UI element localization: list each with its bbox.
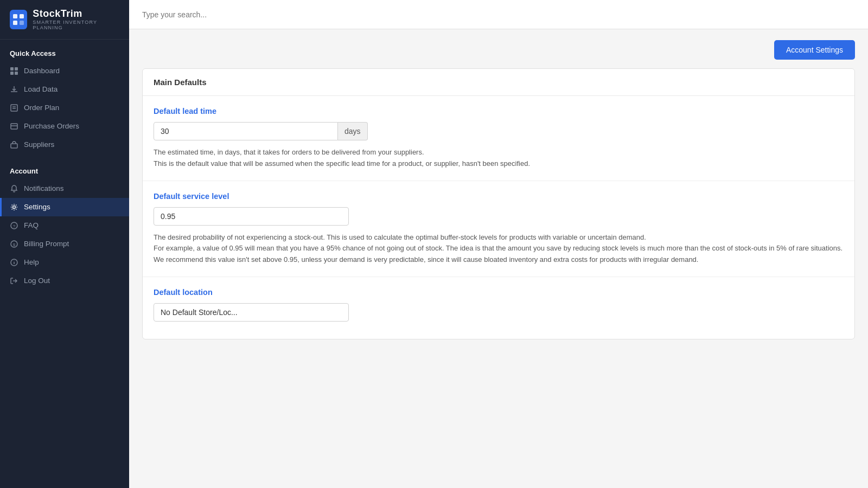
load-data-icon: [10, 85, 18, 94]
svg-rect-11: [11, 124, 17, 129]
dashboard-label: Dashboard: [24, 67, 60, 75]
svg-text:?: ?: [13, 224, 16, 229]
svg-rect-3: [20, 21, 24, 25]
logo-text-area: StockTrim SMARTER INVENTORY PLANNING: [33, 9, 119, 30]
settings-label: Settings: [24, 203, 50, 211]
settings-card: Main Defaults Default lead time days The…: [142, 68, 855, 339]
nav-item-settings[interactable]: Settings: [0, 198, 129, 216]
nav-item-purchase-orders[interactable]: Purchase Orders: [0, 117, 129, 136]
nav-item-notifications[interactable]: Notifications: [0, 179, 129, 198]
svg-rect-4: [10, 67, 14, 70]
svg-rect-2: [13, 21, 17, 25]
search-bar: [129, 0, 868, 29]
default-service-level-label: Default service level: [154, 192, 844, 201]
service-level-input[interactable]: [154, 207, 349, 226]
faq-icon: ?: [10, 221, 18, 230]
billing-prompt-icon: $: [10, 240, 18, 248]
header-row: Account Settings: [142, 40, 855, 60]
nav-item-suppliers[interactable]: Suppliers: [0, 136, 129, 154]
notifications-icon: [10, 184, 18, 193]
svg-rect-1: [20, 14, 24, 18]
svg-rect-0: [13, 14, 17, 18]
nav-item-log-out[interactable]: Log Out: [0, 272, 129, 290]
load-data-label: Load Data: [24, 85, 58, 93]
nav-item-dashboard[interactable]: Dashboard: [0, 62, 129, 80]
svg-rect-5: [15, 67, 18, 70]
nav-item-help[interactable]: Help: [0, 253, 129, 272]
order-plan-icon: [10, 104, 18, 112]
lead-time-desc-line1: The estimated time, in days, that it tak…: [154, 148, 424, 156]
billing-prompt-label: Billing Prompt: [24, 240, 69, 248]
default-service-level-section: Default service level The desired probab…: [143, 181, 854, 277]
purchase-orders-label: Purchase Orders: [24, 122, 79, 130]
help-icon: [10, 258, 18, 267]
sidebar: StockTrim SMARTER INVENTORY PLANNING Qui…: [0, 0, 129, 488]
lead-time-desc-line2: This is the default value that will be a…: [154, 159, 530, 168]
lead-time-field-row: days: [154, 122, 844, 140]
notifications-label: Notifications: [24, 184, 64, 192]
default-location-label: Default location: [154, 288, 844, 297]
logo-area: StockTrim SMARTER INVENTORY PLANNING: [0, 0, 129, 40]
log-out-label: Log Out: [24, 277, 50, 285]
svg-rect-13: [11, 144, 17, 148]
settings-icon: [10, 203, 18, 211]
dashboard-icon: [10, 67, 18, 75]
svg-rect-6: [10, 72, 14, 75]
nav-item-faq[interactable]: ? FAQ: [0, 216, 129, 235]
main-defaults-header: Main Defaults: [143, 69, 854, 96]
nav-item-order-plan[interactable]: Order Plan: [0, 99, 129, 117]
service-level-field-row: [154, 207, 844, 226]
service-level-description: The desired probability of not experienc…: [154, 232, 844, 266]
svg-rect-7: [15, 72, 18, 75]
location-input[interactable]: [154, 303, 349, 322]
default-lead-time-section: Default lead time days The estimated tim…: [143, 96, 854, 181]
log-out-icon: [10, 277, 18, 285]
search-input[interactable]: [142, 10, 855, 19]
logo-icon: [10, 10, 27, 29]
service-level-desc-line1: The desired probability of not experienc…: [154, 233, 646, 241]
help-label: Help: [24, 258, 39, 266]
default-location-section: Default location: [143, 277, 854, 339]
account-settings-button[interactable]: Account Settings: [774, 40, 855, 60]
content-area: Account Settings Main Defaults Default l…: [129, 29, 868, 488]
svg-text:$: $: [13, 242, 16, 247]
default-lead-time-label: Default lead time: [154, 107, 844, 115]
nav-item-billing-prompt[interactable]: $ Billing Prompt: [0, 235, 129, 253]
quick-access-label: Quick Access: [0, 40, 129, 62]
svg-point-21: [14, 260, 15, 261]
main-content: Account Settings Main Defaults Default l…: [129, 0, 868, 488]
service-level-desc-line3: We recommend this value isn't set above …: [154, 255, 698, 264]
location-field-row: [154, 303, 844, 322]
purchase-orders-icon: [10, 122, 18, 131]
lead-time-description: The estimated time, in days, that it tak…: [154, 147, 844, 170]
logo-name: StockTrim: [33, 9, 119, 20]
order-plan-label: Order Plan: [24, 104, 59, 112]
service-level-desc-line2: For example, a value of 0.95 will mean t…: [154, 244, 843, 252]
lead-time-input[interactable]: [154, 122, 338, 140]
svg-rect-8: [11, 105, 17, 111]
logo-tagline: SMARTER INVENTORY PLANNING: [33, 20, 119, 30]
faq-label: FAQ: [24, 221, 39, 229]
lead-time-unit: days: [338, 122, 368, 140]
suppliers-label: Suppliers: [24, 140, 54, 149]
svg-point-14: [13, 206, 16, 208]
account-label: Account: [0, 157, 129, 179]
nav-item-load-data[interactable]: Load Data: [0, 80, 129, 99]
suppliers-icon: [10, 140, 18, 149]
